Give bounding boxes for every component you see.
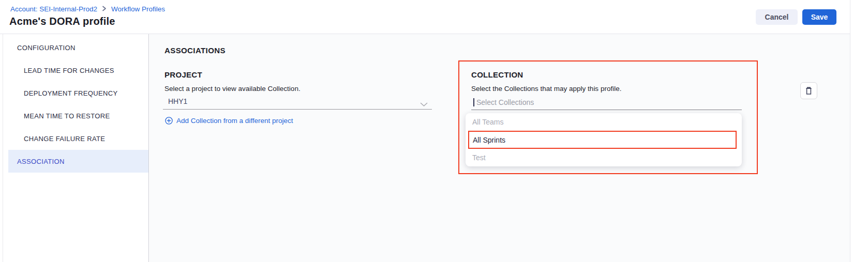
breadcrumb-account-link[interactable]: Account: SEI-Internal-Prod2 bbox=[10, 5, 97, 13]
collections-input-placeholder: Select Collections bbox=[476, 98, 534, 106]
dropdown-option-test[interactable]: Test bbox=[466, 149, 742, 166]
project-select-value: HHY1 bbox=[168, 97, 187, 105]
sidebar-item-deployment-frequency[interactable]: DEPLOYMENT FREQUENCY bbox=[8, 82, 148, 104]
breadcrumb-separator-icon bbox=[102, 5, 107, 13]
circle-plus-icon bbox=[165, 117, 173, 125]
profile-nav-sidebar: CONFIGURATION LEAD TIME FOR CHANGES DEPL… bbox=[3, 34, 149, 262]
workflow-profile-page: Account: SEI-Internal-Prod2 Workflow Pro… bbox=[0, 0, 850, 262]
sidebar-item-association[interactable]: ASSOCIATION bbox=[8, 150, 148, 173]
chevron-down-icon bbox=[420, 100, 428, 109]
collections-search-input[interactable]: Select Collections bbox=[471, 96, 742, 110]
breadcrumb-workflow-profiles-link[interactable]: Workflow Profiles bbox=[111, 5, 165, 13]
cancel-button[interactable]: Cancel bbox=[756, 9, 798, 25]
sidebar-item-lead-time-for-changes[interactable]: LEAD TIME FOR CHANGES bbox=[8, 59, 148, 82]
add-collection-link-label: Add Collection from a different project bbox=[176, 117, 293, 125]
sidebar-item-configuration[interactable]: CONFIGURATION bbox=[8, 36, 148, 59]
project-select[interactable]: HHY1 bbox=[163, 96, 432, 110]
trash-icon bbox=[804, 86, 813, 96]
header-actions: Cancel Save bbox=[756, 9, 836, 25]
page-title: Acme's DORA profile bbox=[9, 16, 115, 27]
text-cursor bbox=[473, 98, 474, 106]
project-heading: PROJECT bbox=[164, 70, 202, 79]
add-collection-link[interactable]: Add Collection from a different project bbox=[165, 117, 293, 125]
project-description: Select a project to view available Colle… bbox=[164, 85, 301, 93]
sidebar-item-change-failure-rate[interactable]: CHANGE FAILURE RATE bbox=[8, 127, 148, 150]
dropdown-option-all-teams[interactable]: All Teams bbox=[466, 113, 742, 131]
breadcrumb: Account: SEI-Internal-Prod2 Workflow Pro… bbox=[10, 5, 165, 13]
delete-association-button[interactable] bbox=[800, 82, 817, 99]
associations-panel: ASSOCIATIONS PROJECT Select a project to… bbox=[149, 34, 850, 262]
save-button[interactable]: Save bbox=[802, 9, 836, 25]
collections-dropdown-menu: All Teams All Sprints Test bbox=[466, 113, 742, 166]
associations-heading: ASSOCIATIONS bbox=[164, 46, 226, 55]
page-header: Account: SEI-Internal-Prod2 Workflow Pro… bbox=[0, 0, 850, 34]
dropdown-option-all-sprints[interactable]: All Sprints bbox=[468, 131, 737, 149]
sidebar-item-mean-time-to-restore[interactable]: MEAN TIME TO RESTORE bbox=[8, 104, 148, 127]
